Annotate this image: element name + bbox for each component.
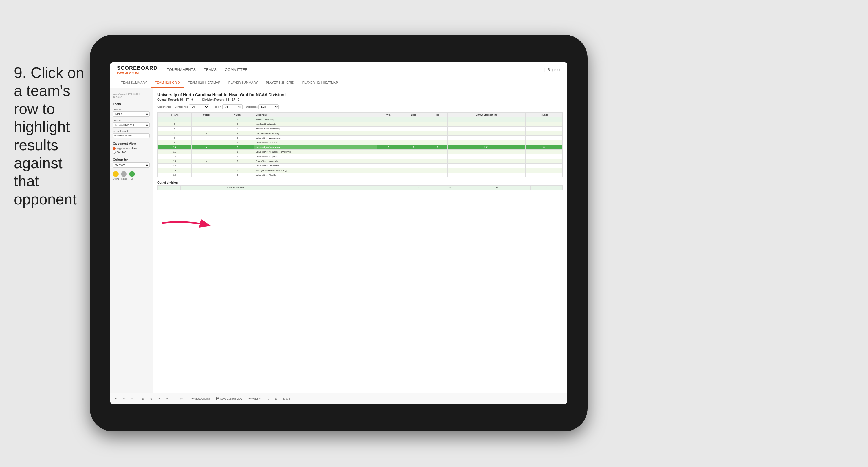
- legend-level: Level: [121, 171, 127, 180]
- table-row[interactable]: 14-2University of Oklahoma: [158, 164, 563, 168]
- cell-reg: -: [192, 168, 221, 173]
- colour-select[interactable]: Win/loss: [113, 163, 150, 168]
- cell-reg: -: [192, 145, 221, 150]
- cell-rounds: [525, 136, 562, 140]
- table-row[interactable]: 8-2University of Washington: [158, 136, 563, 140]
- sub-nav: TEAM SUMMARY TEAM H2H GRID TEAM H2H HEAT…: [110, 77, 567, 88]
- toolbar-grid[interactable]: ⊞: [141, 397, 146, 401]
- nav-committee[interactable]: COMMITTEE: [225, 66, 247, 73]
- out-of-division-row[interactable]: NCAA Division II 1 0 0 26.00 3: [158, 185, 563, 190]
- cell-tie: [427, 140, 447, 145]
- toolbar-share[interactable]: Share: [281, 397, 292, 401]
- table-row[interactable]: 6-2Florida State University: [158, 131, 563, 136]
- cell-conf: 6: [221, 150, 254, 154]
- toolbar-divider-1: [138, 396, 138, 401]
- radio-top100[interactable]: Top 100: [113, 151, 150, 154]
- gender-select[interactable]: Men's: [113, 112, 150, 117]
- cell-loss: [400, 117, 427, 122]
- nav-teams[interactable]: TEAMS: [204, 66, 217, 73]
- legend-up: Up: [129, 171, 135, 180]
- panel-title: University of North Carolina Head-to-Hea…: [157, 92, 563, 97]
- cell-rank: 6: [158, 131, 192, 136]
- division-select[interactable]: NCAA Division I: [113, 122, 150, 128]
- main-content: Last Updated: 27/03/2024 16:55:38 Team G…: [110, 88, 567, 393]
- toolbar-view-original[interactable]: 👁 View: Original: [189, 397, 212, 401]
- table-row[interactable]: 4-1Arizona State University: [158, 126, 563, 131]
- th-reg: # Reg: [192, 113, 221, 117]
- sign-out-link[interactable]: Sign out: [548, 68, 560, 72]
- radio-dot-opponents: [113, 147, 116, 150]
- logo-scoreboard: SCOREBOARD: [117, 65, 157, 71]
- toolbar-cut[interactable]: ✂: [157, 397, 162, 401]
- legend-label-up: Up: [130, 177, 133, 180]
- cell-opponent: University of Alabama: [254, 145, 377, 150]
- cell-diff: [447, 117, 525, 122]
- tab-team-summary[interactable]: TEAM SUMMARY: [117, 78, 151, 88]
- nav-tournaments[interactable]: TOURNAMENTS: [167, 66, 196, 73]
- toolbar-add[interactable]: ⊕: [149, 397, 154, 401]
- ood-reg: [180, 185, 203, 190]
- tab-team-h2h-heatmap[interactable]: TEAM H2H HEATMAP: [184, 78, 224, 88]
- school-label: School (Rank): [113, 130, 150, 133]
- cell-rank: 15: [158, 168, 192, 173]
- cell-tie: [427, 126, 447, 131]
- cell-rounds: [525, 150, 562, 154]
- cell-conf: 3: [221, 154, 254, 159]
- sign-out-area[interactable]: Sign out: [545, 68, 560, 72]
- region-select[interactable]: (All): [222, 104, 243, 110]
- toolbar-redo[interactable]: ↪: [122, 397, 127, 401]
- instruction-text: 9. Click on a team's row to highlight re…: [14, 64, 89, 208]
- tab-team-h2h-grid[interactable]: TEAM H2H GRID: [151, 78, 184, 88]
- table-row[interactable]: 16-1University of Florida: [158, 173, 563, 177]
- toolbar-undo2[interactable]: ↩: [130, 397, 135, 401]
- last-updated: Last Updated: 27/03/2024 16:55:38: [113, 92, 150, 99]
- table-row[interactable]: 2-1Auburn University: [158, 117, 563, 122]
- school-input[interactable]: [113, 134, 150, 138]
- out-of-division-header: Out of division: [157, 181, 563, 184]
- table-row[interactable]: 15-4Georgia Institute of Technology: [158, 168, 563, 173]
- toolbar-export[interactable]: ⊠: [273, 397, 279, 401]
- cell-loss: 0: [400, 145, 427, 150]
- cell-rank: 10: [158, 145, 192, 150]
- cell-win: [377, 117, 400, 122]
- tab-player-h2h-heatmap[interactable]: PLAYER H2H HEATMAP: [299, 78, 342, 88]
- toolbar-watch[interactable]: 👁 Watch ▾: [246, 397, 262, 401]
- toolbar-plus[interactable]: +: [165, 397, 169, 401]
- toolbar-undo[interactable]: ↩: [114, 397, 119, 401]
- table-row[interactable]: 13-1Texas Tech University: [158, 159, 563, 164]
- cell-conf: 1: [221, 173, 254, 177]
- table-row[interactable]: 11-6University of Arkansas, Fayetteville: [158, 150, 563, 154]
- cell-win: [377, 150, 400, 154]
- radio-opponents-played[interactable]: Opponents Played: [113, 147, 150, 150]
- colour-label: Colour by: [113, 158, 150, 161]
- tab-player-h2h-grid[interactable]: PLAYER H2H GRID: [262, 78, 299, 88]
- cell-reg: -: [192, 131, 221, 136]
- toolbar-print[interactable]: 🖨: [265, 397, 271, 401]
- cell-loss: [400, 136, 427, 140]
- cell-loss: [400, 126, 427, 131]
- conference-select[interactable]: (All): [189, 104, 209, 110]
- tab-player-summary[interactable]: PLAYER SUMMARY: [224, 78, 262, 88]
- cell-loss: [400, 140, 427, 145]
- cell-reg: -: [192, 122, 221, 126]
- table-row[interactable]: 12-3University of Virginia: [158, 154, 563, 159]
- table-row[interactable]: 9-3University of Arizona: [158, 140, 563, 145]
- cell-tie: [427, 122, 447, 126]
- toolbar-clock[interactable]: ◷: [179, 397, 184, 401]
- cell-tie: [427, 150, 447, 154]
- cell-reg: -: [192, 140, 221, 145]
- cell-rounds: [525, 122, 562, 126]
- opponent-select[interactable]: (All): [258, 104, 279, 110]
- cell-rank: 11: [158, 150, 192, 154]
- toolbar-save-custom[interactable]: 💾 Save Custom View: [214, 397, 244, 401]
- table-row[interactable]: 10-5University of Alabama3002.618: [158, 145, 563, 150]
- table-row[interactable]: 3-2Vanderbilt University: [158, 122, 563, 126]
- cell-loss: [400, 122, 427, 126]
- toolbar-minus[interactable]: -: [172, 397, 176, 401]
- table-header-row: # Rank # Reg # Conf Opponent Win Loss Ti…: [158, 113, 563, 117]
- cell-opponent: University of Florida: [254, 173, 377, 177]
- h2h-table: # Rank # Reg # Conf Opponent Win Loss Ti…: [157, 112, 563, 177]
- cell-opponent: Florida State University: [254, 131, 377, 136]
- cell-diff: [447, 131, 525, 136]
- cell-conf: 1: [221, 159, 254, 164]
